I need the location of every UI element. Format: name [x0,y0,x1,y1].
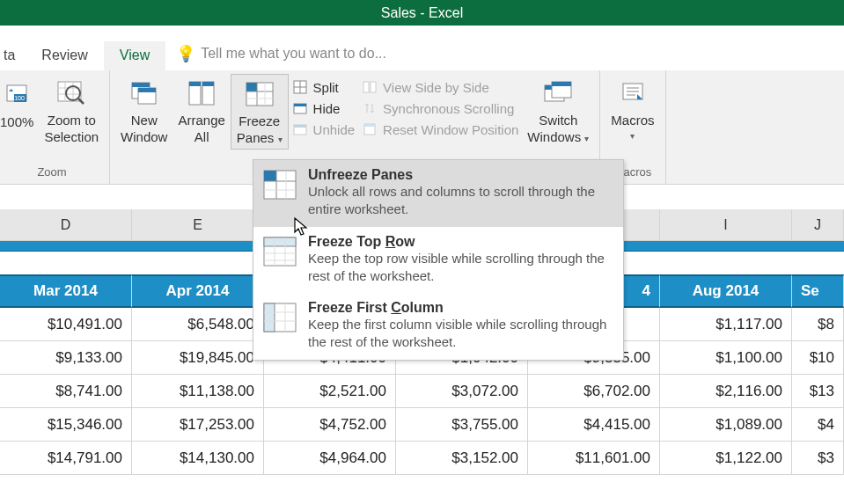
synchronous-scrolling-button: Synchronous Scrolling [362,100,518,116]
zoom-group: 100 100% Zoom to Selection Zoom [0,70,110,184]
cell[interactable]: $4,415.00 [528,408,660,442]
arrange-all-button[interactable]: Arrange All [172,74,230,148]
freeze-panes-button[interactable]: Freeze Panes ▾ [231,74,289,150]
reset-window-position-button: Reset Window Position [362,121,518,137]
cell[interactable]: $4 [792,408,844,442]
cell[interactable]: $3,072.00 [396,375,528,408]
magnifier-icon [56,77,86,109]
svg-rect-31 [363,82,369,92]
cell[interactable]: $15,346.00 [0,408,132,442]
table-row: $8,741.00 $11,138.00 $2,521.00 $3,072.00… [0,375,844,408]
cell[interactable]: $1,089.00 [660,408,792,442]
split-button[interactable]: Split [292,79,356,95]
col-header-e[interactable]: E [132,209,264,241]
svg-rect-17 [202,82,214,86]
lightbulb-icon: 💡 [176,44,195,63]
svg-rect-50 [264,237,296,246]
hide-button[interactable]: Hide [292,100,356,116]
cell[interactable]: $3,755.00 [396,408,528,442]
header-cell[interactable]: Se [792,274,844,308]
svg-rect-30 [294,125,306,128]
svg-rect-15 [189,82,201,86]
table-row: $14,791.00 $14,130.00 $4,964.00 $3,152.0… [0,442,844,475]
freeze-top-row-item[interactable]: Freeze Top Row Keep the top row visible … [253,227,623,294]
header-cell[interactable]: Aug 2014 [660,274,792,308]
tell-me-placeholder: Tell me what you want to do... [201,46,386,62]
new-window-icon [129,77,159,109]
col-header-d[interactable]: D [0,209,132,241]
cell[interactable]: $19,845.00 [132,341,264,375]
cell[interactable]: $11,138.00 [132,375,264,408]
switch-windows-button[interactable]: Switch Windows ▾ [522,74,594,148]
menu-item-title: Freeze First Column [308,300,614,316]
cell[interactable]: $13 [792,375,844,408]
unhide-icon [292,121,308,137]
tell-me-search[interactable]: 💡 Tell me what you want to do... [165,44,397,70]
menu-item-desc: Keep the first column visible while scro… [308,316,614,352]
svg-rect-28 [294,104,306,106]
cell[interactable]: $8,741.00 [0,375,132,408]
unhide-button: Unhide [292,121,356,137]
cell[interactable]: $4,964.00 [264,442,396,475]
cell[interactable]: $1,122.00 [660,442,792,475]
cell[interactable]: $2,116.00 [660,375,792,408]
svg-rect-19 [246,83,257,91]
menu-item-title: Unfreeze Panes [308,167,614,183]
tab-data-partial[interactable]: ta [0,41,26,70]
cell[interactable]: $9,133.00 [0,341,132,375]
header-cell[interactable]: Apr 2014 [132,274,264,308]
col-header-i[interactable]: I [660,209,792,241]
arrange-all-icon [187,77,216,109]
window-small-stack-1: Split Hide Unhide [289,74,359,142]
cell[interactable]: $11,601.00 [528,442,660,475]
app-title: Sales - Excel [381,5,463,21]
header-cell[interactable]: Mar 2014 [0,274,132,308]
cell[interactable]: $14,791.00 [0,442,132,475]
menu-item-desc: Unlock all rows and columns to scroll th… [308,183,614,219]
cell[interactable]: $2,521.00 [264,375,396,408]
svg-rect-32 [371,82,376,92]
side-by-side-icon [362,79,378,95]
cell[interactable]: $1,100.00 [660,341,792,375]
freeze-panes-dropdown: Unfreeze Panes Unlock all rows and colum… [253,159,624,361]
switch-windows-icon [543,77,573,109]
zoom-group-label: Zoom [0,164,104,182]
chevron-down-icon: ▾ [584,134,589,143]
cell[interactable]: $3,152.00 [396,442,528,475]
svg-rect-44 [264,171,276,181]
hide-icon [292,100,308,116]
cell[interactable]: $6,702.00 [528,375,660,408]
svg-text:100: 100 [14,95,25,101]
freeze-first-column-item[interactable]: Freeze First Column Keep the first colum… [253,293,623,360]
ribbon-tabs: ta Review View 💡 Tell me what you want t… [0,26,844,70]
cell[interactable]: $10,491.00 [0,308,132,341]
new-window-button[interactable]: New Window [115,74,172,148]
cell[interactable]: $10 [792,341,844,375]
col-header-j[interactable]: J [792,209,844,241]
cell[interactable]: $4,752.00 [264,408,396,442]
chevron-down-icon: ▾ [630,131,635,142]
tab-view[interactable]: View [104,41,165,70]
svg-rect-34 [364,124,375,127]
zoom-100-icon: 100 [4,79,30,111]
cell[interactable]: $17,253.00 [132,408,264,442]
zoom-to-selection-button[interactable]: Zoom to Selection [39,74,104,148]
split-icon [292,79,308,95]
table-row: $15,346.00 $17,253.00 $4,752.00 $3,755.0… [0,408,844,442]
cell[interactable]: $1,117.00 [660,308,792,341]
freeze-first-column-icon [262,300,297,335]
menu-item-title: Freeze Top Row [308,234,614,250]
cell[interactable]: $8 [792,308,844,341]
macros-button[interactable]: Macros ▾ [605,74,659,143]
chevron-down-icon: ▾ [278,135,283,144]
tab-review[interactable]: Review [26,41,103,70]
view-side-by-side-button: View Side by Side [362,79,518,95]
unfreeze-panes-item[interactable]: Unfreeze Panes Unlock all rows and colum… [253,160,623,227]
cell[interactable]: $6,548.00 [132,308,264,341]
macros-icon [620,77,646,109]
cell[interactable]: $3 [792,442,844,475]
zoom-100-button[interactable]: 100 100% [0,74,39,133]
cell[interactable]: $14,130.00 [132,442,264,475]
reset-position-icon [362,121,378,137]
window-small-stack-2: View Side by Side Synchronous Scrolling … [358,74,522,142]
